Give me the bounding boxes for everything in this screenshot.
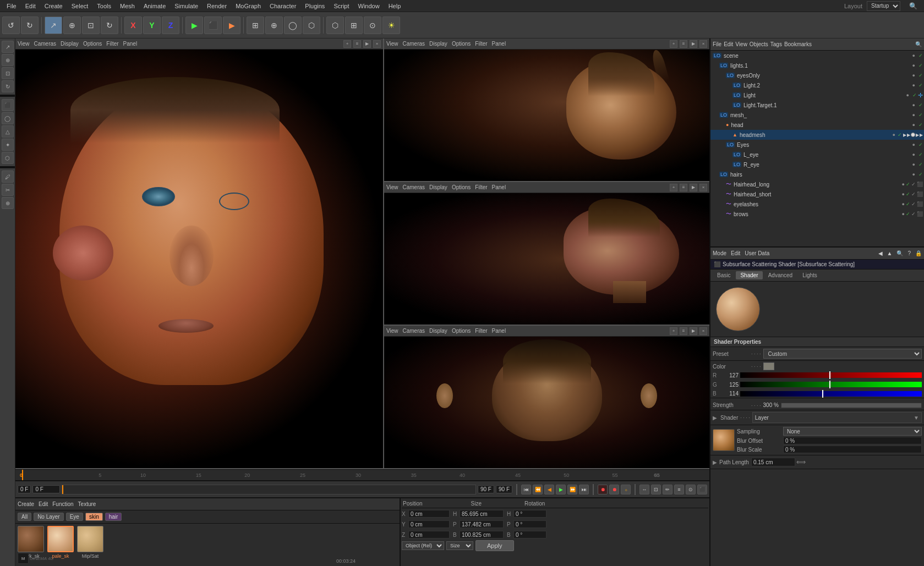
br-cameras[interactable]: Cameras [403,328,425,334]
z-axis[interactable]: Z [162,17,179,34]
shader-expand-icon[interactable]: ▶ [713,415,720,421]
size-mode-select[interactable]: Size Scale [446,541,473,550]
mat-menu-edit[interactable]: Edit [39,501,48,507]
br-expand[interactable]: + [670,327,677,335]
mat-menu-create[interactable]: Create [18,501,34,507]
tr-cameras[interactable]: Cameras [403,41,425,47]
vp-options[interactable]: Options [83,41,102,47]
x-pos-input[interactable] [408,510,450,518]
objmgr-tags[interactable]: Tags [770,41,782,47]
obj-tool2[interactable]: ⊕ [265,17,283,34]
shader-preview-sphere[interactable] [716,287,760,331]
menu-select[interactable]: Select [67,2,93,10]
obj-brows[interactable]: 〜 brows ● ✓ ✓ ⬛ [710,209,924,219]
obj-hairshort[interactable]: 〜 Hairhead_short ● ✓ ✓ ⬛ [710,189,924,199]
obj-mesh[interactable]: LO mesh_ ● ✓ [710,110,924,120]
menu-create[interactable]: Create [40,2,67,10]
lt-move[interactable]: ⊕ [2,54,14,66]
shader-layer-btn[interactable]: ▼ [914,415,919,421]
vp-panel[interactable]: Panel [123,41,138,47]
start-frame[interactable]: 0 F [18,485,31,493]
snap-tool[interactable]: ⬡ [326,17,344,34]
br-close[interactable]: × [699,327,707,335]
tab-basic[interactable]: Basic [713,271,735,279]
br-panel[interactable]: Panel [492,328,506,334]
blur-offset-input[interactable] [783,437,922,444]
next-frame[interactable]: ⏩ [567,485,577,494]
top-right-viewport[interactable]: View Cameras Display Options Filter Pane… [384,39,709,182]
vp-display[interactable]: Display [61,41,79,47]
material-mip-sat[interactable]: Mip/Sat [77,526,103,559]
apply-button[interactable]: Apply [475,540,514,551]
menu-render[interactable]: Render [203,2,231,10]
vp-render-icon[interactable]: ▶ [363,40,371,48]
record-auto[interactable]: ⏺ [609,485,619,494]
objmgr-view[interactable]: View [735,41,747,47]
mr-display[interactable]: Display [429,184,447,190]
grid-tool[interactable]: ⊞ [345,17,363,34]
z-pos-input[interactable] [408,531,450,538]
lt-tool11[interactable]: ✂ [2,184,14,196]
obj-eyelashes[interactable]: 〜 eyelashes ● ✓ ✓ ⬛ [710,199,924,209]
lt-tool8[interactable]: ✦ [2,139,14,151]
mr-config[interactable]: ≡ [680,184,687,191]
vp-view[interactable]: View [18,41,30,47]
mr-panel[interactable]: Panel [492,184,506,190]
lt-select[interactable]: ↗ [2,41,14,53]
tr-expand[interactable]: + [670,40,677,48]
menu-edit[interactable]: Edit [21,2,40,10]
br-display[interactable]: Display [429,328,447,334]
vp-config-icon[interactable]: ≡ [353,40,361,48]
select-tool[interactable]: ↗ [45,17,62,34]
anim-extra[interactable]: ⬛ [697,485,707,494]
attr-search-icon[interactable]: 🔍 [896,250,903,256]
obj-hairs[interactable]: LO hairs ● ✓ [710,169,924,179]
obj-headmesh[interactable]: ▲ headmesh ● ✓ ▶ ▶ ▶ ▶ [710,130,924,140]
menu-plugins[interactable]: Plugins [300,2,329,10]
end-frame-display[interactable]: 90 F [478,485,494,493]
mr-close[interactable]: × [699,184,707,191]
lt-tool9[interactable]: ⬡ [2,152,14,164]
anim-layer[interactable]: ≡ [674,485,684,494]
tab-shader[interactable]: Shader [736,271,762,279]
move-tool[interactable]: ⊕ [63,17,81,34]
tag-skin[interactable]: skin [85,513,103,521]
obj-tool4[interactable]: ⬡ [303,17,320,34]
attr-collapse-icon[interactable]: ◀ [878,250,883,256]
obj-reye[interactable]: LO R_eye ● ✓ [710,160,924,169]
tr-view[interactable]: View [386,41,398,47]
tab-advanced[interactable]: Advanced [764,271,797,279]
obj-tool1[interactable]: ⊞ [247,17,264,34]
path-length-stepper[interactable]: ⟺ [796,458,806,466]
vp-filter[interactable]: Filter [106,41,118,47]
z-size-input[interactable] [460,531,504,538]
mat-menu-texture[interactable]: Texture [78,501,96,507]
path-expand-icon[interactable]: ▶ [713,459,717,465]
play-forward[interactable]: ▶ [556,485,566,494]
menu-character[interactable]: Character [265,2,300,10]
menu-window[interactable]: Window [354,2,384,10]
tr-close[interactable]: × [699,40,707,48]
strength-bar[interactable] [781,403,922,408]
objmgr-edit[interactable]: Edit [724,41,733,47]
redo-button[interactable]: ↻ [21,17,39,34]
br-filter[interactable]: Filter [475,328,487,334]
obj-light2[interactable]: LO Light.2 ● ✓ [710,80,924,90]
main-viewport[interactable]: View Cameras Display Options Filter Pane… [15,39,384,468]
tr-display[interactable]: Display [429,41,447,47]
tag-all[interactable]: All [18,513,31,521]
record-key[interactable]: ⬦ [621,485,631,494]
br-render[interactable]: ▶ [690,327,697,335]
br-config[interactable]: ≡ [680,327,687,335]
anim-scale[interactable]: ⊡ [651,485,661,494]
vp-cameras[interactable]: Cameras [34,41,57,47]
obj-light[interactable]: LO Light ● ✓ ✛ [710,90,924,100]
record-btn[interactable]: ⏺ [598,485,608,494]
tr-render[interactable]: ▶ [690,40,697,48]
r-color-bar[interactable] [740,372,922,378]
menu-simulate[interactable]: Simulate [170,2,203,10]
search-icon[interactable]: 🔍 [905,1,922,11]
render-region[interactable]: ⬛ [204,17,222,34]
timeline-scrubber[interactable] [22,470,23,480]
layer-thumbnail[interactable] [713,429,735,451]
